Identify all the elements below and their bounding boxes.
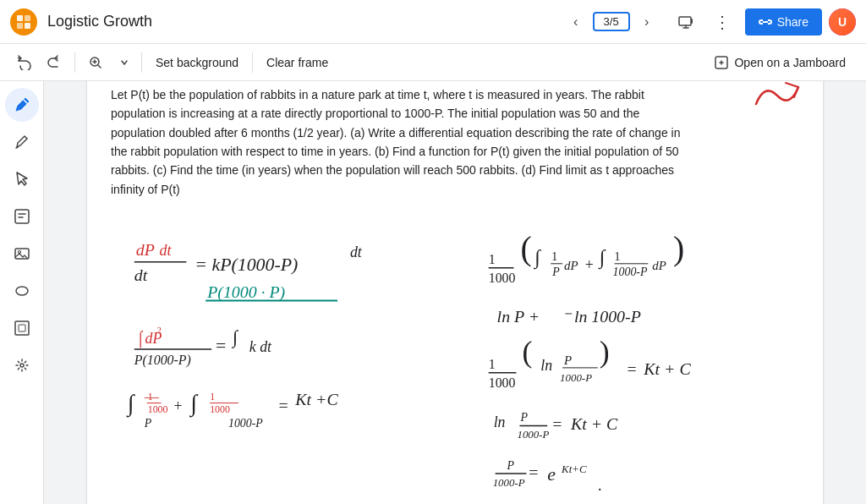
svg-rect-3: [25, 23, 30, 29]
svg-text:ln P +: ln P +: [497, 307, 540, 326]
math-content: dP dt dt = kP(1000-P) dt P(1000 · P) ⌠dP…: [111, 212, 799, 500]
slide-navigation: ‹ 3/5 ›: [562, 8, 660, 36]
select-tool-button[interactable]: [5, 162, 39, 196]
svg-text:1: 1: [489, 252, 496, 266]
svg-text:=: =: [529, 463, 538, 481]
svg-text:): ): [673, 230, 684, 267]
svg-rect-0: [17, 15, 23, 21]
svg-rect-11: [15, 321, 29, 335]
share-button[interactable]: Share: [745, 8, 822, 36]
svg-text:+: +: [585, 256, 594, 273]
svg-text:ln: ln: [540, 357, 552, 374]
present-button[interactable]: [671, 7, 701, 37]
svg-point-9: [18, 251, 20, 254]
svg-text:P: P: [551, 266, 560, 278]
zoom-button[interactable]: [82, 49, 109, 76]
svg-text:=: =: [552, 415, 562, 434]
svg-text:=: =: [279, 396, 288, 414]
svg-text:dP: dP: [564, 259, 578, 272]
toolbar-separator-2: [141, 52, 142, 73]
svg-text:1000-P: 1000-P: [228, 418, 263, 430]
toolbar-separator-3: [252, 52, 253, 73]
svg-text:dP: dP: [652, 259, 666, 272]
svg-text:2: 2: [157, 325, 162, 335]
svg-text:P(1000-P): P(1000-P): [134, 353, 191, 368]
shape-tool-button[interactable]: [5, 274, 39, 308]
undo-button[interactable]: [10, 49, 37, 76]
pen-tool-button[interactable]: [5, 88, 39, 122]
main-content: Let P(t) be the population of rabbits in…: [0, 81, 866, 504]
svg-text:P: P: [144, 418, 152, 430]
laser-tool-button[interactable]: [5, 348, 39, 382]
svg-text:P: P: [519, 412, 528, 425]
svg-text:──: ──: [144, 392, 159, 403]
svg-point-13: [20, 364, 24, 367]
page-title: Logistic Growth: [47, 13, 552, 30]
canvas-area[interactable]: Let P(t) be the population of rabbits in…: [44, 81, 866, 504]
problem-text: Let P(t) be the population of rabbits in…: [111, 85, 686, 199]
svg-text:1000: 1000: [210, 404, 230, 416]
svg-text:=: =: [627, 359, 636, 378]
svg-text:dt: dt: [134, 266, 148, 284]
header: Logistic Growth ‹ 3/5 › ⋮ Share U: [0, 0, 866, 44]
svg-text:= kP(1000-P): = kP(1000-P): [195, 255, 298, 275]
svg-point-10: [16, 287, 28, 295]
svg-rect-7: [15, 210, 29, 223]
svg-text:(: (: [520, 230, 531, 267]
note-tool-button[interactable]: [5, 200, 39, 233]
svg-text:1000: 1000: [489, 271, 516, 285]
svg-text:Kt+C: Kt+C: [561, 463, 587, 475]
svg-rect-1: [25, 15, 30, 21]
zoom-group: [82, 49, 138, 76]
svg-text:Kt + C: Kt + C: [570, 415, 618, 434]
open-jamboard-button[interactable]: Open on a Jamboard: [704, 49, 856, 76]
svg-text:1000: 1000: [489, 375, 516, 390]
svg-text:∫: ∫: [533, 246, 541, 270]
svg-text:1000-P: 1000-P: [517, 429, 549, 441]
svg-text:1000: 1000: [148, 404, 168, 416]
svg-text:1000-P: 1000-P: [560, 372, 592, 384]
svg-text:dt: dt: [350, 244, 363, 260]
svg-text:1: 1: [489, 357, 496, 371]
svg-text:e: e: [547, 464, 556, 485]
svg-text:1: 1: [615, 250, 621, 263]
prev-slide-button[interactable]: ‹: [562, 8, 589, 36]
svg-rect-2: [17, 23, 23, 29]
next-slide-button[interactable]: ›: [633, 8, 660, 36]
svg-text:⁻: ⁻: [564, 307, 573, 326]
svg-rect-12: [19, 325, 25, 331]
slide-counter[interactable]: 3/5: [593, 12, 630, 31]
frame-tool-button[interactable]: [5, 311, 39, 345]
redo-button[interactable]: [41, 49, 68, 76]
corner-annotation: [752, 81, 803, 118]
image-tool-button[interactable]: [5, 237, 39, 271]
more-options-button[interactable]: ⋮: [708, 7, 738, 37]
svg-text:P: P: [563, 353, 572, 367]
svg-text:∫: ∫: [598, 246, 606, 270]
slide-canvas: Let P(t) be the population of rabbits in…: [87, 81, 823, 504]
zoom-dropdown-button[interactable]: [111, 49, 138, 76]
toolbar-divider-1: [74, 52, 75, 73]
user-avatar[interactable]: U: [829, 8, 856, 36]
svg-text:.: .: [598, 475, 602, 494]
header-right: ⋮ Share U: [671, 7, 856, 37]
svg-text:∫: ∫: [189, 390, 199, 418]
svg-text:=: =: [216, 336, 226, 356]
clear-frame-button[interactable]: Clear frame: [256, 49, 338, 76]
toolbar: Set background Clear frame Open on a Jam…: [0, 44, 866, 81]
marker-tool-button[interactable]: [5, 125, 39, 159]
svg-text:1000-P: 1000-P: [493, 477, 525, 489]
svg-text:ln 1000-P: ln 1000-P: [574, 307, 641, 326]
svg-text:1: 1: [210, 391, 215, 403]
set-background-button[interactable]: Set background: [145, 49, 249, 76]
svg-text:dt: dt: [160, 242, 173, 259]
svg-text:Kt  +C: Kt +C: [294, 390, 338, 408]
svg-text:P: P: [507, 459, 515, 472]
svg-text:1000-P: 1000-P: [613, 266, 648, 278]
svg-text:ln: ln: [494, 414, 506, 431]
svg-text:1: 1: [551, 250, 557, 263]
svg-text:∫: ∫: [231, 327, 239, 348]
app-logo: [10, 8, 37, 36]
svg-text:dP: dP: [136, 240, 155, 259]
svg-text:Kt + C: Kt + C: [643, 359, 691, 378]
